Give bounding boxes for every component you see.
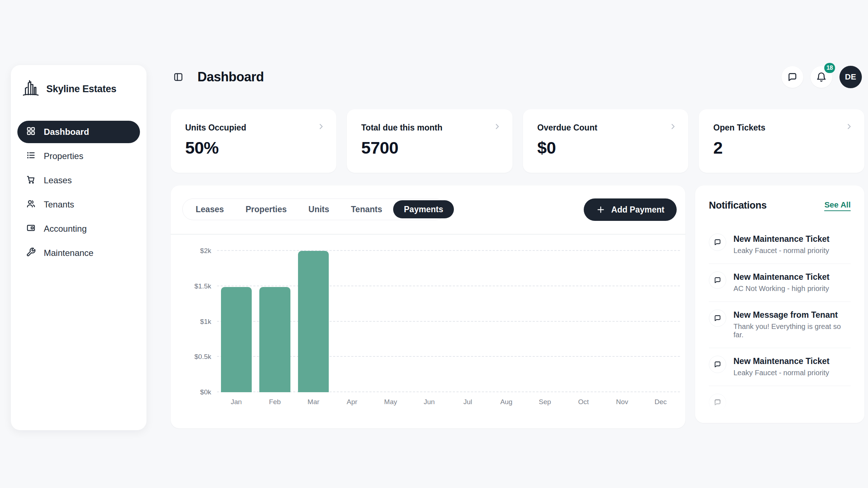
page-header: Dashboard [171, 68, 264, 86]
x-axis-tick: Jun [410, 398, 448, 406]
stat-card-open-tickets[interactable]: Open Tickets 2 [699, 109, 864, 173]
add-payment-button[interactable]: Add Payment [584, 198, 677, 221]
payments-chart-card: Leases Properties Units Tenants Payments… [171, 185, 685, 428]
bar-slot-apr [333, 251, 371, 392]
notification-subtitle: Thank you! Everything is great so far. [733, 322, 851, 339]
notification-title: New Maintenance Ticket [733, 234, 829, 244]
stat-value: 5700 [361, 138, 501, 158]
x-axis-tick: Oct [564, 398, 603, 406]
bar-jan [221, 287, 252, 392]
bars [217, 251, 680, 392]
chat-bubble-icon [709, 356, 726, 373]
sidebar-item-label: Maintenance [44, 248, 93, 258]
chevron-right-icon [845, 122, 854, 132]
chat-bubble-icon [709, 394, 726, 411]
header-actions: 18 DE [782, 66, 862, 88]
sidebar-item-leases[interactable]: Leases [17, 169, 140, 192]
sidebar-item-label: Accounting [44, 224, 87, 234]
x-axis-tick: Apr [333, 398, 371, 406]
stat-card-overdue-count[interactable]: Overdue Count $0 [523, 109, 689, 173]
notification-item[interactable]: New Message from Tenant Thank you! Every… [709, 302, 851, 348]
y-axis-tick: $0k [200, 388, 211, 396]
x-axis-tick: May [371, 398, 410, 406]
payments-bar-chart: $2k $1.5k $1k $0.5k $0k [217, 251, 680, 392]
dashboard-page: Skyline Estates Dashboard [0, 0, 868, 488]
y-axis-tick: $0.5k [195, 353, 211, 361]
tab-properties[interactable]: Properties [235, 200, 298, 218]
notifications-header: Notifications See All [709, 200, 851, 211]
stat-label: Units Occupied [185, 123, 325, 133]
notification-subtitle: Leaky Faucet - normal priority [733, 247, 829, 255]
stat-label: Open Tickets [713, 123, 853, 133]
bell-icon [816, 72, 827, 82]
user-avatar[interactable]: DE [839, 66, 862, 88]
x-axis-tick: Jul [448, 398, 487, 406]
brand: Skyline Estates [17, 77, 140, 100]
brand-name: Skyline Estates [46, 84, 116, 95]
stat-value: 50% [185, 138, 325, 158]
skyline-logo-icon [21, 78, 41, 99]
tab-leases[interactable]: Leases [185, 200, 235, 218]
tab-payments[interactable]: Payments [393, 200, 454, 218]
panel-left-icon [173, 72, 184, 82]
bar-slot-feb [256, 251, 294, 392]
notification-title: New Maintenance Ticket [733, 272, 829, 282]
notification-subtitle: AC Not Working - high priority [733, 284, 829, 293]
chat-bubble-icon [709, 309, 726, 327]
plus-icon [596, 205, 605, 214]
sidebar-item-label: Properties [44, 151, 83, 161]
notifications-title: Notifications [709, 200, 767, 211]
wrench-icon [26, 247, 36, 259]
sidebar-item-label: Leases [44, 175, 72, 185]
notification-item[interactable]: New Maintenance Ticket AC Not Working - … [709, 264, 851, 302]
sidebar-item-maintenance[interactable]: Maintenance [17, 242, 140, 264]
cart-icon [26, 175, 36, 187]
bar-slot-jul [448, 251, 487, 392]
stat-value: 2 [713, 138, 853, 158]
card-divider [171, 234, 685, 235]
tab-units[interactable]: Units [298, 200, 340, 218]
y-axis-tick: $1.5k [195, 282, 211, 290]
notification-item[interactable]: New Maintenance Ticket Leaky Faucet - no… [709, 348, 851, 386]
messages-button[interactable] [782, 66, 803, 88]
sidebar-item-properties[interactable]: Properties [17, 145, 140, 167]
chat-bubble-icon [709, 234, 726, 251]
bar-slot-nov [603, 251, 642, 392]
sidebar-toggle-button[interactable] [171, 69, 186, 85]
notification-item[interactable]: New Maintenance Ticket Leaky Faucet - no… [709, 234, 851, 264]
x-axis-tick: Nov [603, 398, 642, 406]
bar-feb [259, 287, 290, 392]
chat-bubble-icon [787, 72, 798, 82]
chevron-right-icon [317, 122, 326, 132]
y-axis-tick: $2k [200, 247, 211, 255]
x-axis-tick: Aug [487, 398, 526, 406]
x-axis-tick: Dec [641, 398, 680, 406]
list-icon [26, 150, 36, 162]
sidebar-item-tenants[interactable]: Tenants [17, 193, 140, 216]
x-axis-tick: Mar [294, 398, 333, 406]
sidebar-nav: Dashboard Properties Lea [17, 121, 140, 264]
sidebar-item-dashboard[interactable]: Dashboard [17, 121, 140, 143]
bar-slot-jun [410, 251, 448, 392]
sidebar-item-label: Dashboard [44, 127, 89, 137]
x-axis-tick: Feb [256, 398, 294, 406]
entity-tabs: Leases Properties Units Tenants Payments [182, 198, 446, 220]
stat-card-units-occupied[interactable]: Units Occupied 50% [171, 109, 336, 173]
notifications-panel: Notifications See All New Maintenance Ti… [695, 185, 864, 423]
grid-icon [26, 126, 36, 138]
notification-item-partial[interactable] [709, 386, 851, 420]
y-axis-tick: $1k [200, 318, 211, 326]
sidebar-item-accounting[interactable]: Accounting [17, 218, 140, 240]
x-axis-labels: Jan Feb Mar Apr May Jun Jul Aug Sep Oct … [217, 398, 680, 406]
notifications-button[interactable]: 18 [810, 66, 832, 88]
stat-card-total-due[interactable]: Total due this month 5700 [347, 109, 512, 173]
stat-label: Total due this month [361, 123, 501, 133]
bar-slot-dec [641, 251, 680, 392]
notification-count-badge: 18 [824, 63, 835, 73]
x-axis-tick: Sep [526, 398, 564, 406]
tab-tenants[interactable]: Tenants [340, 200, 393, 218]
sidebar: Skyline Estates Dashboard [11, 65, 146, 430]
see-all-link[interactable]: See All [824, 200, 851, 211]
bar-mar [298, 251, 329, 392]
notification-subtitle: Leaky Faucet - normal priority [733, 369, 829, 377]
